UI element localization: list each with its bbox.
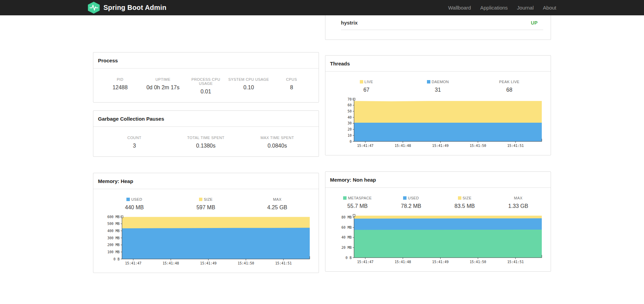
process-panel-title: Process [93, 52, 319, 69]
application-name: hystrix [341, 20, 358, 26]
threads-panel-title: Threads [325, 56, 551, 72]
stat-system-cpu: SYSTEM CPU USAGE 0.10 [227, 77, 270, 95]
main-content: Process PID 12488 UPTIME 0d 0h 2m 17s PR… [93, 15, 551, 298]
used-swatch-icon [126, 198, 130, 201]
applications-panel-partial: hystrix UP [325, 15, 551, 40]
brand[interactable]: Spring Boot Admin [88, 2, 167, 14]
svg-text:15:41:47: 15:41:47 [125, 261, 141, 265]
stat-value: 12488 [99, 85, 142, 91]
legend-value: 31 [402, 87, 474, 93]
svg-text:40: 40 [347, 116, 351, 119]
svg-text:15:41:49: 15:41:49 [200, 261, 216, 265]
stat-label: PID [99, 77, 142, 81]
stat-label: UPTIME [141, 77, 184, 81]
legend-value: 597 MB [170, 204, 242, 211]
stat-value: 0d 0h 2m 17s [141, 85, 184, 91]
legend-value: 67 [331, 87, 402, 93]
stat-pid: PID 12488 [99, 77, 142, 95]
metaspace-swatch-icon [343, 196, 347, 200]
legend-value: 83.5 MB [438, 203, 491, 209]
stat-value: 8 [270, 85, 313, 91]
stat-gc-total-time: TOTAL TIME SPENT 0.1380s [170, 136, 242, 149]
stat-value: 3 [99, 143, 170, 149]
legend-max: MAX 4.25 GB [242, 197, 313, 211]
svg-text:40 MB: 40 MB [341, 235, 351, 239]
legend-value: 68 [474, 87, 545, 93]
status-badge: UP [531, 20, 540, 26]
threads-chart-wrap: 01020304050607015:41:4715:41:4815:41:491… [325, 93, 551, 155]
threads-chart: 01020304050607015:41:4715:41:4815:41:491… [329, 96, 547, 150]
svg-text:15:41:49: 15:41:49 [432, 260, 448, 264]
memory-heap-panel-title: Memory: Heap [93, 173, 319, 189]
svg-text:30: 30 [347, 121, 351, 125]
svg-text:500 MB: 500 MB [107, 222, 119, 226]
threads-panel: Threads LIVE 67 DAEMON 31 PEAK LIVE 68 0… [325, 55, 551, 155]
svg-text:300 MB: 300 MB [107, 236, 119, 240]
svg-text:15:41:47: 15:41:47 [357, 144, 373, 148]
svg-text:600 MB: 600 MB [107, 215, 119, 219]
stat-label: COUNT [99, 136, 170, 140]
svg-text:400 MB: 400 MB [107, 229, 119, 233]
memory-nonheap-chart-wrap: 0 B20 MB40 MB60 MB80 MB15:41:4715:41:481… [325, 209, 551, 271]
svg-text:15:41:50: 15:41:50 [237, 261, 254, 265]
svg-text:15:41:47: 15:41:47 [357, 260, 373, 264]
svg-text:80 MB: 80 MB [341, 215, 351, 219]
nav-link-wallboard[interactable]: Wallboard [448, 5, 471, 11]
gc-panel-title: Garbage Collection Pauses [93, 111, 319, 127]
application-row-hystrix[interactable]: hystrix UP [341, 15, 543, 30]
svg-text:100 MB: 100 MB [107, 250, 119, 254]
svg-text:15:41:51: 15:41:51 [275, 261, 291, 265]
legend-peak-live: PEAK LIVE 68 [474, 80, 545, 93]
process-stats: PID 12488 UPTIME 0d 0h 2m 17s PROCESS CP… [93, 69, 319, 102]
svg-text:20 MB: 20 MB [341, 246, 351, 249]
right-column: hystrix UP Threads LIVE 67 DAEMON 31 PEA… [325, 15, 551, 272]
svg-text:60: 60 [347, 103, 351, 107]
legend-value: 4.25 GB [242, 204, 313, 211]
legend-value: 440 MB [99, 204, 170, 211]
legend-value: 55.7 MB [331, 203, 384, 209]
svg-text:200 MB: 200 MB [107, 243, 119, 247]
svg-text:15:41:51: 15:41:51 [507, 144, 523, 148]
size-swatch-icon [458, 196, 461, 200]
legend-max: MAX 1.33 GB [491, 196, 545, 209]
stat-label: SYSTEM CPU USAGE [227, 77, 270, 81]
svg-text:15:41:48: 15:41:48 [395, 144, 411, 148]
stat-label: TOTAL TIME SPENT [170, 136, 242, 140]
svg-text:15:41:51: 15:41:51 [507, 260, 523, 264]
stat-process-cpu: PROCESS CPU USAGE 0.01 [184, 77, 227, 95]
svg-text:15:41:48: 15:41:48 [395, 260, 411, 264]
legend-daemon: DAEMON 31 [402, 80, 474, 93]
navbar: Spring Boot Admin Wallboard Applications… [0, 0, 644, 15]
memory-nonheap-chart: 0 B20 MB40 MB60 MB80 MB15:41:4715:41:481… [329, 213, 547, 267]
nav-link-about[interactable]: About [543, 5, 556, 11]
svg-text:0 B: 0 B [345, 256, 351, 260]
memory-heap-panel: Memory: Heap USED 440 MB SIZE 597 MB MAX… [93, 173, 319, 273]
legend-value: 78.2 MB [384, 203, 438, 209]
stat-value: 0.10 [227, 85, 270, 91]
memory-nonheap-legend: METASPACE 55.7 MB USED 78.2 MB SIZE 83.5… [325, 188, 551, 209]
nav-link-journal[interactable]: Journal [517, 5, 534, 11]
legend-value: 1.33 GB [491, 203, 545, 209]
stat-value: 0.0840s [242, 143, 313, 149]
nav-link-applications[interactable]: Applications [480, 5, 508, 11]
stat-uptime: UPTIME 0d 0h 2m 17s [141, 77, 184, 95]
svg-text:20: 20 [347, 127, 351, 131]
svg-text:60 MB: 60 MB [341, 226, 351, 229]
memory-heap-chart: 0 B100 MB200 MB300 MB400 MB500 MB600 MB1… [97, 214, 315, 268]
gc-stats: COUNT 3 TOTAL TIME SPENT 0.1380s MAX TIM… [93, 127, 319, 156]
used-swatch-icon [403, 196, 407, 200]
nav-links: Wallboard Applications Journal About [448, 5, 556, 11]
legend-metaspace: METASPACE 55.7 MB [331, 196, 384, 209]
memory-heap-chart-wrap: 0 B100 MB200 MB300 MB400 MB500 MB600 MB1… [93, 211, 319, 273]
legend-size: SIZE 83.5 MB [438, 196, 491, 209]
legend-size: SIZE 597 MB [170, 197, 242, 211]
memory-heap-legend: USED 440 MB SIZE 597 MB MAX 4.25 GB [93, 189, 319, 211]
svg-text:15:41:50: 15:41:50 [470, 260, 486, 264]
memory-nonheap-panel: Memory: Non heap METASPACE 55.7 MB USED … [325, 171, 551, 272]
svg-text:10: 10 [347, 134, 351, 137]
live-swatch-icon [360, 80, 363, 83]
svg-text:0 B: 0 B [113, 257, 119, 261]
left-column: Process PID 12488 UPTIME 0d 0h 2m 17s PR… [93, 15, 319, 273]
stat-label: MAX TIME SPENT [242, 136, 313, 140]
legend-used: USED 440 MB [99, 197, 170, 211]
